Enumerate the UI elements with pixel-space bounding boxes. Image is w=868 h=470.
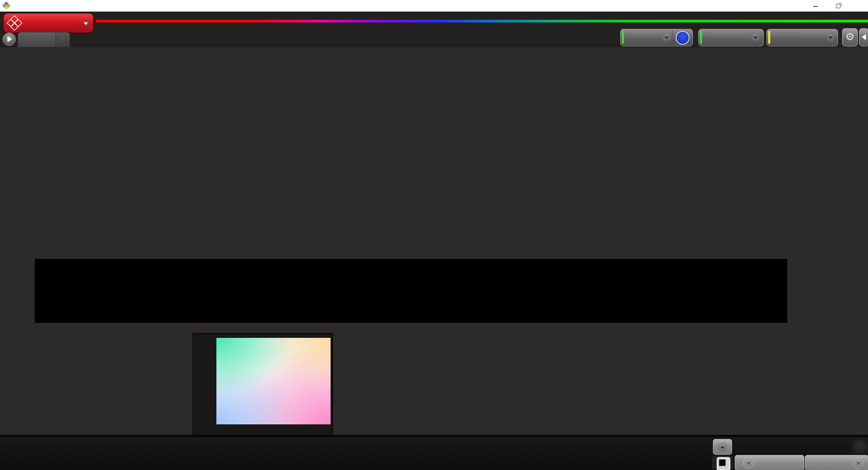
- gear-icon: ⚙: [846, 31, 855, 42]
- measurement-table: [337, 330, 753, 429]
- chevron-down-icon: [82, 20, 90, 27]
- header: ⚙: [0, 12, 868, 47]
- grayscale-ramp-strip: [35, 259, 787, 323]
- chevrons-right-icon: »: [853, 458, 864, 469]
- add-tab-button[interactable]: [56, 32, 70, 47]
- pattern-toolbar: « »: [0, 437, 868, 470]
- meter-count-badge[interactable]: [676, 31, 689, 45]
- stat-avg-de2000: [53, 239, 203, 255]
- deltae-bar-chart: [51, 98, 210, 234]
- workflow-play-button[interactable]: [3, 33, 16, 46]
- chevron-down-icon: [751, 33, 760, 42]
- spectrum-divider: [96, 20, 868, 22]
- chevrons-left-icon: «: [743, 458, 754, 469]
- cie-locus-overlay: [216, 338, 331, 424]
- stat-total-gamma: [648, 239, 797, 255]
- meter-dropdown[interactable]: [620, 29, 693, 46]
- chevron-up-icon: [718, 442, 727, 451]
- pattern-position-button[interactable]: [712, 455, 733, 470]
- gamma-line-chart: [529, 63, 836, 235]
- calman-app-window: ⚙: [0, 0, 868, 470]
- back-button[interactable]: «: [735, 455, 804, 470]
- patterns-status-accent: [700, 31, 702, 44]
- display-control-status-accent: [768, 31, 770, 44]
- stat-contrast-ratio: [419, 239, 624, 255]
- pattern-window-icon: [717, 457, 730, 470]
- minimize-icon: [813, 6, 818, 7]
- calman-menu-button[interactable]: [3, 13, 93, 33]
- display-control-dropdown[interactable]: [766, 29, 838, 46]
- expand-pattern-options-button[interactable]: [713, 439, 732, 455]
- cie-chromaticity-panel: [193, 333, 333, 439]
- tab-history-1[interactable]: [18, 32, 56, 47]
- close-button[interactable]: [852, 0, 867, 12]
- restore-icon: [836, 4, 840, 8]
- rgb-balance-line-chart: [222, 63, 521, 235]
- meter-status-accent: [622, 31, 624, 44]
- stat-avg-cct: [244, 239, 394, 255]
- chevron-down-icon: [826, 33, 835, 42]
- divider: [673, 31, 673, 45]
- patterns-dropdown[interactable]: [698, 29, 764, 46]
- plus-icon: [58, 35, 67, 44]
- calman-logo-icon: [8, 16, 21, 30]
- restore-button[interactable]: [831, 0, 846, 12]
- cie-plot: [216, 338, 331, 424]
- titlebar: [0, 0, 868, 12]
- next-button[interactable]: »: [805, 455, 868, 470]
- ramp-target-label: [153, 288, 162, 313]
- settings-button[interactable]: ⚙: [842, 28, 858, 46]
- collapse-panel-button[interactable]: [859, 28, 868, 46]
- ramp-actual-label: [153, 263, 162, 288]
- status-led: [851, 439, 868, 454]
- app-icon: [3, 2, 10, 10]
- chevron-down-icon: [662, 33, 671, 42]
- minimize-button[interactable]: [808, 0, 823, 12]
